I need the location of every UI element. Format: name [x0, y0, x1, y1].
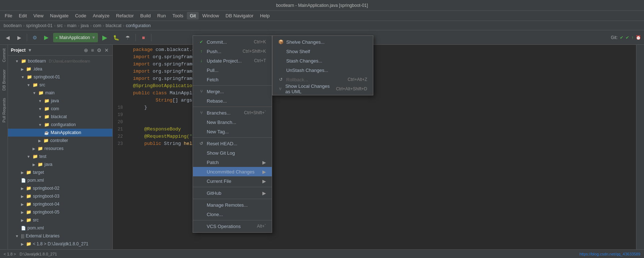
- breadcrumb-sep3: ›: [64, 23, 65, 28]
- left-tab-pullrequests[interactable]: Pull Requests: [0, 94, 8, 126]
- toolbar-run-btn[interactable]: ▶: [100, 33, 110, 42]
- menu-refactor[interactable]: Refactor: [113, 12, 137, 20]
- panel-dropdown-icon[interactable]: ▼: [28, 48, 32, 53]
- breadcrumb-bootlearn[interactable]: bootlearn: [4, 23, 22, 28]
- toolbar-coverage-btn[interactable]: ☂: [123, 33, 133, 42]
- tree-item-java[interactable]: ▼ 📁 java: [8, 97, 112, 105]
- tree-label-pomxml2: pom.xml: [27, 225, 44, 231]
- tree-item-src2[interactable]: ▶ 📁 src: [8, 216, 112, 224]
- menu-analyze[interactable]: Analyze: [90, 12, 112, 20]
- folder-icon-bootlearn: 📁: [21, 59, 26, 64]
- folder-icon-controller: 📁: [43, 138, 49, 143]
- breadcrumb-java[interactable]: java: [81, 23, 89, 28]
- tree-item-resources[interactable]: ▶ 📁 resources: [8, 145, 112, 152]
- panel-header: Project ▼ ⊕ ≡ ⚙ ✕: [8, 45, 112, 56]
- breadcrumb-springboot01[interactable]: springboot-01: [26, 23, 52, 28]
- left-tab-commit[interactable]: Commit: [0, 45, 8, 66]
- menu-file[interactable]: File: [2, 12, 15, 20]
- tree-label-springboot01: springboot-01: [34, 74, 60, 79]
- tree-item-springboot05[interactable]: ▶ 📁 springboot-05: [8, 208, 112, 216]
- folder-icon-java: 📁: [44, 98, 50, 103]
- tree-item-extlibs[interactable]: ▼ ||| External Libraries: [8, 232, 112, 240]
- folder-icon-springboot01: 📁: [27, 74, 32, 79]
- code-line: 22 @RequestMapping("/hello"): [113, 133, 636, 140]
- tree-item-springboot01[interactable]: ▼ 📁 springboot-01: [8, 73, 112, 81]
- menu-run[interactable]: Run: [154, 12, 169, 20]
- breadcrumb-com[interactable]: com: [93, 23, 101, 28]
- menu-code[interactable]: Code: [72, 12, 89, 20]
- breadcrumb-main[interactable]: main: [67, 23, 76, 28]
- panel-collapse-btn[interactable]: ≡: [90, 47, 95, 54]
- tree-label-controller: controller: [50, 138, 68, 143]
- tree-item-pomxml2[interactable]: 📄 pom.xml: [8, 224, 112, 232]
- title-bar-text: bootlearn - MainApplication.java [spring…: [4, 3, 640, 8]
- toolbar-debug-btn[interactable]: 🐛: [112, 33, 121, 42]
- git-status-bar: Git: ✔ ✔ ↑ ⏰: [611, 35, 641, 40]
- menu-git[interactable]: Git: [187, 12, 199, 20]
- tree-item-configuration[interactable]: ▼ 📁 configuration: [8, 121, 112, 129]
- toolbar-stop-btn[interactable]: ■: [139, 33, 148, 42]
- panel-header-actions: ⊕ ≡ ⚙ ✕: [83, 47, 110, 54]
- tree-item-java2[interactable]: ▶ 📁 java: [8, 160, 112, 168]
- tree-item-test[interactable]: ▼ 📁 test: [8, 152, 112, 160]
- tree-item-main[interactable]: ▼ 📁 main: [8, 89, 112, 97]
- toolbar-build-btn[interactable]: ⚙: [30, 33, 39, 42]
- folder-icon-java2: 📁: [38, 162, 43, 167]
- folder-icon-springboot05: 📁: [26, 210, 31, 215]
- tree-item-springboot02[interactable]: ▶ 📁 springboot-02: [8, 184, 112, 192]
- git-clock: ⏰: [636, 35, 641, 40]
- run-dropdown-arrow: ▼: [91, 35, 96, 40]
- menu-build[interactable]: Build: [137, 12, 154, 20]
- tree-label-java: java: [51, 98, 59, 103]
- menu-tools[interactable]: Tools: [169, 12, 186, 20]
- tree-item-mainapplication[interactable]: ☕ MainApplication: [8, 129, 112, 137]
- menu-dbnavigator[interactable]: DB Navigator: [223, 12, 256, 20]
- code-editor[interactable]: package com.blackcat.configuration; impo…: [113, 45, 636, 258]
- tree-label-springboot03: springboot-03: [33, 194, 59, 199]
- tree-item-springboot04[interactable]: ▶ 📁 springboot-04: [8, 200, 112, 208]
- run-dropdown[interactable]: ● MainApplication ▼: [53, 33, 98, 42]
- panel-close-btn[interactable]: ✕: [104, 47, 110, 54]
- menu-help[interactable]: Help: [257, 12, 272, 20]
- toolbar-forward-btn[interactable]: ▶: [14, 33, 24, 42]
- folder-icon-test: 📁: [33, 154, 38, 159]
- toolbar-back-btn[interactable]: ◀: [3, 33, 12, 42]
- menu-view[interactable]: View: [30, 12, 46, 20]
- project-panel: Project ▼ ⊕ ≡ ⚙ ✕ ▼ 📁 bootlearn D:\JavaL…: [8, 45, 113, 258]
- tree-item-springboot03[interactable]: ▶ 📁 springboot-03: [8, 192, 112, 200]
- tree-item-idea[interactable]: ▶ 📁 .idea: [8, 65, 112, 73]
- arrow-src2: ▶: [21, 218, 24, 222]
- tree-label-src: src: [39, 82, 45, 87]
- left-tab-dbbrowser[interactable]: DB Browser: [0, 66, 8, 94]
- arrow-springboot03: ▶: [21, 194, 24, 198]
- status-url[interactable]: https://blog.csdn.net/qq_43633589: [579, 252, 640, 256]
- breadcrumb-sep1: ›: [23, 23, 25, 28]
- panel-settings-btn[interactable]: ⚙: [96, 47, 102, 54]
- breadcrumb-blackcat[interactable]: blackcat: [106, 23, 121, 28]
- tree-item-pomxml1[interactable]: 📄 pom.xml: [8, 176, 112, 184]
- breadcrumb-src[interactable]: src: [57, 23, 63, 28]
- folder-icon-com: 📁: [44, 106, 50, 111]
- tree-item-src[interactable]: ▼ 📁 src: [8, 81, 112, 89]
- panel-locate-btn[interactable]: ⊕: [83, 47, 89, 54]
- tree-item-bootlearn[interactable]: ▼ 📁 bootlearn D:\JavaLearn\bootlearn: [8, 57, 112, 65]
- arrow-jdk18: ▶: [21, 242, 24, 246]
- arrow-controller: ▶: [38, 139, 41, 143]
- tree-label-jdk18: < 1.8 > D:\Java\jdk1.8.0_271: [33, 241, 88, 246]
- menu-window[interactable]: Window: [199, 12, 222, 20]
- tree-item-controller[interactable]: ▶ 📁 controller: [8, 137, 112, 145]
- breadcrumb-configuration[interactable]: configuration: [126, 23, 151, 28]
- folder-icon-src2: 📁: [26, 218, 31, 223]
- tree-label-extlibs: External Libraries: [26, 233, 59, 238]
- tree-label-blackcat: blackcat: [51, 114, 67, 119]
- tree-item-blackcat[interactable]: ▼ 📁 blackcat: [8, 113, 112, 121]
- xml-icon-pomxml2: 📄: [21, 226, 26, 231]
- toolbar-run-green-btn[interactable]: ▶: [42, 33, 51, 42]
- menu-navigate[interactable]: Navigate: [47, 12, 71, 20]
- tree-item-target[interactable]: ▶ 📁 target: [8, 168, 112, 176]
- tree-item-com[interactable]: ▼ 📁 com: [8, 105, 112, 113]
- folder-icon-blackcat: 📁: [44, 114, 50, 119]
- menu-edit[interactable]: Edit: [16, 12, 30, 20]
- tree-item-jdk18[interactable]: ▶ 📁 < 1.8 > D:\Java\jdk1.8.0_271: [8, 240, 112, 248]
- folder-icon-main: 📁: [38, 90, 44, 95]
